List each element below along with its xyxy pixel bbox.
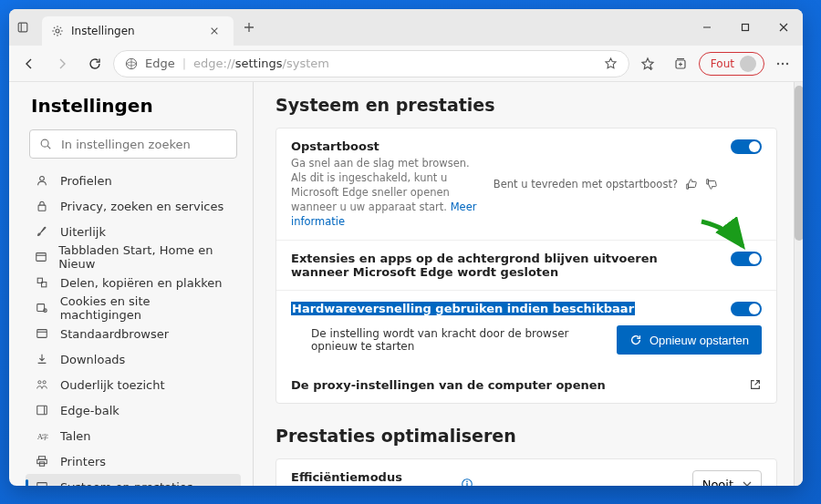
- new-tab-button[interactable]: [239, 17, 259, 37]
- row-hw-accel: Hardwareversnelling gebruiken indien bes…: [276, 290, 776, 320]
- sidebar-item-edgebar[interactable]: Edge-balk: [26, 397, 241, 423]
- collections-icon[interactable]: [666, 49, 695, 78]
- sidebar-item-label: Privacy, zoeken en services: [60, 200, 223, 213]
- back-button[interactable]: [15, 49, 44, 78]
- sidebar-item-label: Delen, kopiëren en plakken: [60, 276, 222, 290]
- thumbs-up-icon[interactable]: [685, 178, 698, 190]
- efficiency-dropdown[interactable]: Nooit: [692, 470, 762, 486]
- svg-rect-36: [466, 483, 467, 486]
- address-bar[interactable]: Edge | edge://settings/system: [113, 50, 629, 77]
- row-bg-apps: Extensies en apps op de achtergrond blij…: [276, 240, 776, 290]
- sidebar-item-system[interactable]: Systeem en prestaties: [26, 474, 241, 486]
- svg-rect-14: [36, 253, 47, 262]
- sidebar-item-download[interactable]: Downloads: [26, 346, 241, 372]
- sidebar-item-printer[interactable]: Printers: [26, 448, 241, 474]
- sidebar-item-brush[interactable]: Uiterlijk: [26, 219, 241, 244]
- hw-accel-title: Hardwareversnelling gebruiken indien bes…: [291, 302, 635, 315]
- refresh-icon: [629, 334, 642, 346]
- svg-point-8: [782, 62, 784, 64]
- sidebar-item-label: Cookies en site machtigingen: [60, 294, 232, 322]
- sidebar-item-cookie[interactable]: Cookies en site machtigingen: [26, 295, 241, 321]
- tab-title: Instellingen: [71, 25, 197, 37]
- share-icon: [35, 276, 49, 289]
- sidebar-item-lang[interactable]: A字Talen: [26, 423, 241, 448]
- browser-window: Instellingen Edge | edge://settings/syst…: [9, 9, 803, 486]
- sidebar-item-family[interactable]: Ouderlijk toezicht: [26, 372, 241, 397]
- sidebar-item-user[interactable]: Profielen: [26, 168, 241, 193]
- sidebar: Instellingen In instellingen zoeken Prof…: [9, 82, 250, 486]
- svg-point-7: [777, 62, 779, 64]
- tab-actions-icon[interactable]: [9, 14, 36, 41]
- profile-error-pill[interactable]: Fout: [699, 52, 764, 76]
- download-icon: [35, 353, 49, 365]
- svg-point-12: [40, 176, 45, 180]
- svg-text:字: 字: [42, 434, 48, 441]
- startup-boost-desc: Ga snel aan de slag met browsen. Als dit…: [291, 156, 481, 229]
- bg-apps-toggle[interactable]: [731, 252, 762, 266]
- minimize-button[interactable]: [688, 9, 726, 46]
- svg-rect-13: [38, 205, 46, 211]
- sidebar-item-label: Tabbladen Start, Home en Nieuw: [58, 243, 232, 271]
- restart-button[interactable]: Opnieuw opstarten: [617, 325, 762, 355]
- close-window-button[interactable]: [764, 9, 803, 46]
- sidebar-item-lock[interactable]: Privacy, zoeken en services: [26, 193, 241, 219]
- browser-tab[interactable]: Instellingen: [42, 16, 234, 46]
- svg-point-2: [56, 29, 59, 33]
- svg-point-23: [38, 381, 41, 384]
- row-efficiency: Efficiëntiemodus inschakelen wanneer Hel…: [276, 459, 776, 486]
- sidebar-item-label: Ouderlijk toezicht: [60, 378, 165, 392]
- system-icon: [35, 480, 49, 486]
- sidebar-item-label: Systeem en prestaties: [60, 480, 193, 487]
- avatar: [740, 56, 756, 72]
- cookie-icon: [35, 302, 49, 314]
- reading-icon[interactable]: [604, 57, 618, 70]
- address-origin: Edge: [145, 57, 175, 70]
- section-system-title: Systeem en prestaties: [275, 95, 777, 115]
- svg-point-35: [466, 481, 468, 483]
- edge-icon: [125, 57, 138, 70]
- window-controls: [688, 9, 803, 46]
- sidebar-item-label: Downloads: [60, 353, 125, 366]
- refresh-button[interactable]: [80, 49, 109, 78]
- svg-rect-4: [743, 25, 749, 31]
- settings-main: Systeem en prestaties Opstartboost Ga sn…: [255, 82, 794, 486]
- scrollbar[interactable]: [794, 82, 803, 486]
- more-button[interactable]: [768, 49, 797, 78]
- address-url: edge://settings/system: [193, 57, 329, 70]
- toolbar: Edge | edge://settings/system Fout: [9, 46, 803, 82]
- svg-line-11: [47, 146, 50, 149]
- close-icon[interactable]: [204, 21, 224, 41]
- titlebar: Instellingen: [9, 9, 803, 46]
- lang-icon: A字: [35, 429, 49, 442]
- gear-icon: [51, 25, 64, 37]
- user-icon: [35, 174, 49, 187]
- browser-icon: [35, 327, 49, 340]
- hw-accel-subtext: De instelling wordt van kracht door de b…: [311, 327, 604, 353]
- row-startup-boost: Opstartboost Ga snel aan de slag met bro…: [276, 129, 776, 240]
- printer-icon: [35, 455, 49, 468]
- hw-accel-toggle[interactable]: [731, 302, 762, 316]
- sidebar-item-share[interactable]: Delen, kopiëren en plakken: [26, 270, 241, 295]
- sidebar-item-tab[interactable]: Tabbladen Start, Home en Nieuw: [26, 244, 241, 270]
- system-card: Opstartboost Ga snel aan de slag met bro…: [275, 128, 777, 404]
- info-icon[interactable]: [461, 478, 473, 486]
- settings-search[interactable]: In instellingen zoeken: [29, 129, 237, 159]
- row-proxy[interactable]: De proxy-instellingen van de computer op…: [276, 367, 776, 403]
- hw-accel-restart-row: De instelling wordt van kracht door de b…: [276, 320, 776, 367]
- tab-icon: [35, 251, 47, 263]
- favourite-icon[interactable]: [633, 49, 662, 78]
- sidebar-item-label: Talen: [60, 429, 91, 443]
- startup-boost-toggle[interactable]: [731, 139, 762, 154]
- svg-rect-21: [37, 330, 47, 338]
- thumbs-down-icon[interactable]: [705, 178, 718, 190]
- maximize-button[interactable]: [726, 9, 764, 46]
- sidebar-item-browser[interactable]: Standaardbrowser: [26, 321, 241, 346]
- svg-point-9: [786, 62, 788, 64]
- svg-point-10: [41, 139, 48, 147]
- sidebar-item-label: Standaardbrowser: [60, 327, 169, 341]
- lock-icon: [35, 200, 49, 212]
- sidebar-item-label: Uiterlijk: [60, 225, 106, 239]
- bg-apps-title: Extensies en apps op de achtergrond blij…: [291, 252, 674, 279]
- content-area: Instellingen In instellingen zoeken Prof…: [9, 82, 803, 486]
- forward-button[interactable]: [47, 49, 77, 78]
